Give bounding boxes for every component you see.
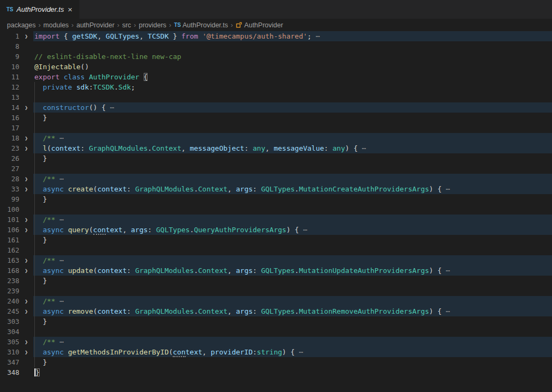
- breadcrumb-item-providers[interactable]: providers: [139, 21, 166, 29]
- breadcrumb-label: packages: [7, 21, 36, 29]
- code-line-content[interactable]: /** ⋯: [33, 255, 552, 265]
- fold-chevron-icon[interactable]: ❯: [19, 184, 33, 194]
- line-number[interactable]: 14: [0, 102, 19, 113]
- line-number[interactable]: 13: [0, 92, 19, 102]
- line-number[interactable]: 304: [0, 327, 19, 337]
- indent-guide: [34, 245, 35, 255]
- line-number[interactable]: 1: [0, 31, 19, 41]
- fold-chevron-icon[interactable]: ❯: [19, 143, 33, 153]
- code-line-content[interactable]: constructor() { ⋯: [33, 102, 552, 113]
- line-number[interactable]: 33: [0, 184, 19, 194]
- fold-chevron-icon[interactable]: ❯: [19, 347, 33, 357]
- line-number[interactable]: 101: [0, 215, 19, 225]
- line-number[interactable]: 11: [0, 72, 19, 82]
- code-line-content[interactable]: }: [33, 367, 552, 378]
- code-line-content[interactable]: }: [33, 357, 552, 367]
- code-line-content[interactable]: }: [33, 194, 552, 204]
- close-icon[interactable]: ×: [66, 5, 74, 14]
- fold-chevron-icon[interactable]: ❯: [19, 255, 33, 265]
- line-number[interactable]: 239: [0, 286, 19, 296]
- code-line-content[interactable]: [33, 286, 552, 296]
- line-number[interactable]: 23: [0, 143, 19, 153]
- code-line-content[interactable]: async getMethodsInProviderByID(context, …: [33, 347, 552, 357]
- code-line-content[interactable]: }: [33, 113, 552, 123]
- breadcrumb-item-authprovider[interactable]: AuthProvider: [235, 21, 283, 29]
- line-number[interactable]: 17: [0, 123, 19, 133]
- line-number[interactable]: 26: [0, 153, 19, 164]
- code-line-content[interactable]: async update(context: GraphQLModules.Con…: [33, 265, 552, 276]
- code-line-content[interactable]: [33, 164, 552, 174]
- line-number[interactable]: 28: [0, 174, 19, 184]
- line-number[interactable]: 9: [0, 51, 19, 62]
- line-number[interactable]: 163: [0, 255, 19, 265]
- line-number[interactable]: 240: [0, 296, 19, 306]
- fold-chevron-icon[interactable]: ❯: [19, 225, 33, 235]
- code-token: ) {: [286, 226, 303, 234]
- breadcrumb-item-modules[interactable]: modules: [43, 21, 69, 29]
- fold-chevron-icon[interactable]: ❯: [19, 31, 33, 41]
- code-line-content[interactable]: @Injectable(): [33, 62, 552, 72]
- fold-chevron-icon[interactable]: ❯: [19, 102, 33, 113]
- code-editor[interactable]: 1❯import { getSDK, GQLTypes, TCSDK } fro…: [0, 31, 552, 392]
- line-number[interactable]: 245: [0, 306, 19, 316]
- code-line-content[interactable]: async query(context, args: GQLTypes.Quer…: [33, 225, 552, 235]
- code-line-content[interactable]: import { getSDK, GQLTypes, TCSDK } from …: [33, 31, 552, 41]
- line-number[interactable]: 161: [0, 235, 19, 245]
- code-line-content[interactable]: /** ⋯: [33, 296, 552, 306]
- code-line-content[interactable]: /** ⋯: [33, 215, 552, 225]
- indent-guide: [34, 316, 35, 327]
- code-line-content[interactable]: l(context: GraphQLModules.Context, messa…: [33, 143, 552, 153]
- fold-chevron-icon[interactable]: ❯: [19, 337, 33, 347]
- code-line-content[interactable]: /** ⋯: [33, 337, 552, 347]
- code-line-content[interactable]: private sdk:TCSDK.Sdk;: [33, 82, 552, 92]
- line-number[interactable]: 168: [0, 265, 19, 276]
- code-line-content[interactable]: // eslint-disable-next-line new-cap: [33, 51, 552, 62]
- line-number[interactable]: 16: [0, 113, 19, 123]
- line-number[interactable]: 8: [0, 41, 19, 51]
- tab-authprovider[interactable]: TS AuthProvider.ts ×: [0, 0, 79, 19]
- fold-chevron-icon[interactable]: ❯: [19, 296, 33, 306]
- code-line-content[interactable]: /** ⋯: [33, 174, 552, 184]
- code-line-content[interactable]: [33, 123, 552, 133]
- fold-chevron-icon[interactable]: ❯: [19, 215, 33, 225]
- code-line-content[interactable]: [33, 92, 552, 102]
- line-number[interactable]: 100: [0, 204, 19, 215]
- breadcrumb-item-src[interactable]: src: [122, 21, 131, 29]
- code-line-content[interactable]: }: [33, 276, 552, 286]
- breadcrumb-item-authprovider[interactable]: authProvider: [76, 21, 114, 29]
- line-number[interactable]: 303: [0, 316, 19, 327]
- line-number[interactable]: 27: [0, 164, 19, 174]
- line-number[interactable]: 347: [0, 357, 19, 367]
- code-line-content[interactable]: [33, 327, 552, 337]
- breadcrumb-item-authprovider-ts[interactable]: TSAuthProvider.ts: [174, 21, 228, 29]
- code-line-content[interactable]: }: [33, 316, 552, 327]
- line-number[interactable]: 162: [0, 245, 19, 255]
- code-line-content[interactable]: async create(context: GraphQLModules.Con…: [33, 184, 552, 194]
- code-line-content[interactable]: [33, 204, 552, 215]
- code-line-content[interactable]: export class AuthProvider {: [33, 72, 552, 82]
- fold-chevron-icon[interactable]: ❯: [19, 174, 33, 184]
- code-line-content[interactable]: [33, 41, 552, 51]
- line-number[interactable]: 12: [0, 82, 19, 92]
- line-number[interactable]: 99: [0, 194, 19, 204]
- code-token: }: [43, 114, 47, 122]
- fold-chevron-icon[interactable]: ❯: [19, 133, 33, 143]
- code-line-content[interactable]: }: [33, 235, 552, 245]
- code-line-content[interactable]: async remove(context: GraphQLModules.Con…: [33, 306, 552, 316]
- line-number[interactable]: 310: [0, 347, 19, 357]
- code-token: Context: [152, 144, 181, 152]
- code-line-content[interactable]: }: [33, 153, 552, 164]
- indent-guide: [34, 327, 35, 337]
- line-number[interactable]: 106: [0, 225, 19, 235]
- code-line-content[interactable]: [33, 245, 552, 255]
- line-number[interactable]: 305: [0, 337, 19, 347]
- fold-chevron-icon[interactable]: ❯: [19, 306, 33, 316]
- line-number[interactable]: 348: [0, 367, 19, 378]
- breadcrumb-separator-icon: ›: [71, 21, 73, 29]
- line-number[interactable]: 238: [0, 276, 19, 286]
- fold-chevron-icon[interactable]: ❯: [19, 265, 33, 276]
- code-line-content[interactable]: /** ⋯: [33, 133, 552, 143]
- line-number[interactable]: 18: [0, 133, 19, 143]
- breadcrumb-item-packages[interactable]: packages: [7, 21, 36, 29]
- line-number[interactable]: 10: [0, 62, 19, 72]
